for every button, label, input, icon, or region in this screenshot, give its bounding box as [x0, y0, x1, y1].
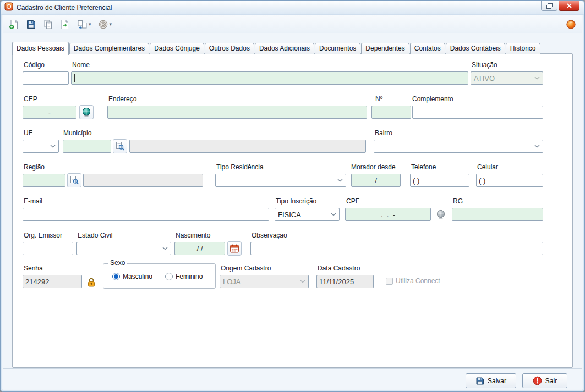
estado-civil-label: Estado Civil	[78, 231, 112, 239]
codigo-label: Código	[24, 61, 45, 69]
cpf-globe-gray-icon	[434, 208, 447, 221]
celular-input[interactable]	[476, 174, 543, 187]
tipo-residencia-label: Tipo Residência	[216, 163, 264, 171]
salvar-button-label: Salvar	[488, 377, 506, 385]
toolbar: ▾ ▾	[3, 15, 582, 33]
radio-icon[interactable]	[165, 273, 173, 280]
tab-dependentes[interactable]: Dependentes	[361, 43, 409, 54]
nascimento-calendar-button[interactable]	[227, 241, 242, 256]
org-emissor-input[interactable]	[23, 242, 73, 255]
regiao-descricao	[83, 174, 203, 187]
tipo-inscricao-label: Tipo Inscrição	[276, 197, 316, 205]
salvar-button[interactable]: Salvar	[466, 373, 516, 388]
tab-dados-pessoais[interactable]: Dados Pessoais	[12, 42, 69, 55]
email-input[interactable]	[23, 208, 269, 221]
tab-outros-dados[interactable]: Outros Dados	[205, 43, 254, 54]
cep-label: CEP	[24, 95, 37, 103]
save-icon[interactable]	[24, 18, 38, 31]
estado-civil-select[interactable]	[76, 242, 171, 255]
situacao-label: Situação	[472, 61, 497, 69]
endereco-label: Endereço	[108, 95, 136, 103]
tab-dados-conjuge[interactable]: Dados Cônjuge	[150, 43, 204, 54]
endereco-input[interactable]	[107, 106, 367, 119]
origem-cadastro-select: LOJA	[220, 275, 309, 288]
celular-label: Celular	[477, 163, 498, 171]
nome-input[interactable]	[71, 71, 468, 85]
app-icon	[4, 2, 13, 13]
chevron-down-icon	[162, 247, 168, 250]
restore-button[interactable]	[541, 1, 557, 11]
sair-button-label: Sair	[545, 377, 557, 385]
bairro-select[interactable]	[374, 140, 543, 153]
radio-icon[interactable]	[112, 273, 120, 280]
complemento-input[interactable]	[412, 106, 543, 119]
municipio-input[interactable]	[63, 140, 111, 153]
save-icon	[475, 377, 484, 385]
cep-search-button[interactable]	[79, 105, 94, 119]
telefone-input[interactable]	[410, 174, 469, 187]
globe-icon	[81, 107, 91, 117]
regiao-label[interactable]: Região	[24, 163, 45, 171]
titlebar: Cadastro de Cliente Preferencial	[1, 1, 584, 15]
utiliza-connect-label: Utiliza Connect	[396, 277, 440, 285]
numero-label: Nº	[375, 95, 382, 103]
radio-feminino-label: Feminino	[176, 273, 203, 280]
transfer-icon[interactable]: ▾	[75, 18, 93, 31]
tipo-residencia-select[interactable]	[215, 174, 346, 187]
uf-select[interactable]	[23, 140, 59, 153]
cep-input[interactable]	[23, 106, 76, 119]
tab-contatos[interactable]: Contatos	[410, 43, 445, 54]
tab-dados-complementares[interactable]: Dados Complementares	[69, 43, 149, 54]
checkbox-icon	[386, 278, 393, 285]
data-cadastro-input	[316, 275, 374, 288]
exit-icon	[533, 376, 542, 385]
utiliza-connect-checkbox: Utiliza Connect	[386, 277, 440, 285]
nascimento-label: Nascimento	[176, 231, 210, 239]
radio-feminino[interactable]: Feminino	[165, 273, 203, 280]
new-record-icon[interactable]	[7, 18, 21, 31]
search-icon	[115, 141, 125, 151]
radio-masculino-label: Masculino	[123, 273, 152, 280]
chevron-down-icon	[337, 179, 343, 182]
flame-icon[interactable]	[564, 18, 578, 31]
org-emissor-label: Org. Emissor	[24, 231, 62, 239]
regiao-search-button[interactable]	[67, 173, 81, 187]
chevron-down-icon	[331, 213, 336, 216]
situacao-select: ATIVO	[471, 71, 543, 85]
regiao-input[interactable]	[23, 174, 65, 187]
chevron-down-icon: ▾	[89, 21, 91, 27]
close-button[interactable]	[559, 1, 579, 11]
rg-input[interactable]	[452, 208, 543, 221]
app-window: Cadastro de Cliente Preferencial ▾	[0, 0, 585, 392]
municipio-label[interactable]: Município	[63, 129, 91, 137]
chevron-down-icon	[50, 145, 56, 148]
tab-dados-contabeis[interactable]: Dados Contábeis	[446, 43, 505, 54]
tipo-inscricao-select[interactable]: FISICA	[275, 208, 340, 221]
fingerprint-icon[interactable]: ▾	[96, 18, 114, 31]
senha-label: Senha	[24, 264, 43, 272]
telefone-label: Telefone	[411, 163, 436, 171]
radio-masculino[interactable]: Masculino	[112, 273, 152, 280]
municipio-search-button[interactable]	[113, 139, 127, 153]
cpf-label: CPF	[346, 197, 359, 205]
chevron-down-icon	[534, 76, 540, 80]
numero-input[interactable]	[371, 106, 411, 119]
observacao-label: Observação	[252, 231, 287, 239]
complemento-label: Complemento	[412, 95, 453, 103]
sair-button[interactable]: Sair	[522, 373, 567, 388]
cpf-input[interactable]	[345, 208, 431, 221]
copy-icon[interactable]	[41, 18, 55, 31]
morador-desde-input[interactable]	[351, 174, 401, 187]
search-icon	[69, 175, 79, 185]
data-cadastro-label: Data Cadastro	[318, 264, 360, 272]
tab-documentos[interactable]: Documentos	[315, 43, 360, 54]
export-icon[interactable]	[58, 18, 72, 31]
tab-dados-adicionais[interactable]: Dados Adicionais	[255, 43, 314, 54]
observacao-input[interactable]	[250, 242, 543, 255]
senha-lock-icon[interactable]	[85, 275, 98, 289]
senha-input	[23, 275, 82, 288]
origem-cadastro-label: Origem Cadastro	[221, 264, 271, 272]
tab-historico[interactable]: Histórico	[506, 43, 540, 54]
codigo-input[interactable]	[23, 71, 69, 85]
nascimento-input[interactable]	[174, 242, 225, 255]
